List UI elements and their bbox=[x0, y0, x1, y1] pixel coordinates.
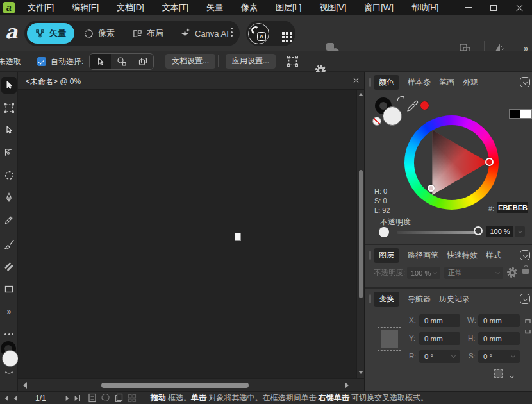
panel-collapse-button[interactable] bbox=[520, 250, 530, 260]
auto-select-checkbox[interactable] bbox=[37, 57, 46, 66]
minimize-button[interactable] bbox=[455, 0, 481, 15]
grid-toggle-icon[interactable] bbox=[128, 394, 137, 403]
tab-path-brush[interactable]: 路径画笔 bbox=[408, 250, 438, 261]
document-tab-close-icon[interactable] bbox=[353, 78, 359, 83]
persona-vector[interactable]: 矢量 bbox=[27, 23, 74, 44]
link-dimensions-icon[interactable] bbox=[524, 318, 531, 335]
opacity-slider-thumb[interactable] bbox=[474, 226, 483, 235]
tab-appearance[interactable]: 外观 bbox=[463, 77, 478, 88]
layer-opacity-dropdown[interactable]: 100 % bbox=[407, 267, 440, 279]
panel-grip[interactable] bbox=[369, 251, 371, 260]
persona-overflow-menu-icon[interactable] bbox=[231, 28, 233, 37]
move-tool[interactable] bbox=[1, 77, 17, 94]
eyedropper-icon[interactable] bbox=[406, 99, 420, 113]
pencil-tool[interactable] bbox=[1, 212, 17, 228]
first-page-arrow[interactable] bbox=[5, 396, 8, 401]
select-mode-shapes-button[interactable] bbox=[111, 54, 132, 69]
tab-transform[interactable]: 变换 bbox=[374, 292, 399, 307]
sampled-color-swatch[interactable] bbox=[420, 101, 429, 110]
canvas[interactable] bbox=[18, 90, 356, 378]
scroll-right-arrow[interactable] bbox=[345, 382, 349, 389]
node-tool[interactable] bbox=[1, 122, 17, 139]
corner-tool[interactable] bbox=[1, 144, 17, 161]
lock-icon[interactable] bbox=[522, 269, 529, 274]
vector-brush-tool[interactable] bbox=[1, 236, 17, 253]
more-tools-chevron[interactable]: » bbox=[1, 303, 17, 320]
menu-view[interactable]: 视图[V] bbox=[310, 0, 355, 15]
transform-objects-toggle[interactable] bbox=[494, 369, 503, 378]
select-mode-stack-button[interactable] bbox=[132, 54, 153, 69]
horizontal-scrollbar[interactable] bbox=[18, 378, 364, 391]
panel-grip[interactable] bbox=[369, 294, 371, 303]
fill-color-selector[interactable] bbox=[383, 106, 402, 126]
x-input[interactable]: 0 mm bbox=[419, 314, 460, 327]
layer-settings-gear-icon[interactable] bbox=[507, 267, 517, 278]
rectangle-tool[interactable] bbox=[1, 281, 17, 298]
persona-pixel[interactable]: 像素 bbox=[76, 23, 123, 44]
tab-stroke[interactable]: 笔画 bbox=[439, 77, 454, 88]
tab-history[interactable]: 历史记录 bbox=[439, 294, 470, 305]
swap-fill-stroke-icon[interactable] bbox=[395, 95, 405, 103]
panel-collapse-button[interactable] bbox=[520, 294, 530, 304]
scroll-down-arrow[interactable] bbox=[358, 371, 363, 374]
app-settings-button[interactable]: 应用设置... bbox=[226, 54, 276, 69]
menu-file[interactable]: 文件[F] bbox=[19, 0, 63, 15]
margins-setup-button[interactable] bbox=[287, 55, 299, 67]
menu-pixel[interactable]: 像素 bbox=[232, 0, 267, 15]
opacity-knob[interactable] bbox=[379, 227, 389, 237]
triangle-selector[interactable] bbox=[428, 185, 435, 192]
next-page-arrow[interactable] bbox=[65, 396, 69, 401]
menu-vector[interactable]: 矢量 bbox=[197, 0, 232, 15]
rotation-dropdown[interactable]: 0 ° bbox=[419, 350, 460, 363]
opacity-dropdown[interactable] bbox=[515, 226, 525, 237]
close-button[interactable] bbox=[506, 0, 532, 15]
prev-page-arrow[interactable] bbox=[14, 396, 17, 401]
hue-selector[interactable] bbox=[485, 158, 494, 166]
menu-window[interactable]: 窗口[W] bbox=[355, 0, 403, 15]
persona-layout[interactable]: 布局 bbox=[124, 23, 172, 44]
document-page[interactable] bbox=[235, 233, 240, 240]
persona-canva-ai[interactable]: Canva AI bbox=[173, 23, 237, 44]
maximize-button[interactable] bbox=[481, 0, 506, 15]
fill-gradient-tool[interactable] bbox=[1, 258, 17, 275]
clone-document-icon[interactable] bbox=[114, 393, 124, 403]
panel-collapse-button[interactable] bbox=[520, 77, 530, 87]
vertical-scrollbar[interactable] bbox=[356, 90, 364, 378]
tab-styles[interactable]: 样式 bbox=[486, 250, 501, 261]
menu-layer[interactable]: 图层[L] bbox=[267, 0, 310, 15]
preview-mode-icon[interactable] bbox=[101, 394, 110, 402]
tab-navigator[interactable]: 导航器 bbox=[408, 294, 431, 305]
vertical-scroll-thumb[interactable] bbox=[359, 170, 363, 298]
pages-view-icon[interactable] bbox=[88, 393, 97, 403]
menu-edit[interactable]: 编辑[E] bbox=[63, 0, 108, 15]
anchor-point-selector[interactable] bbox=[378, 327, 401, 351]
translate-tool-button[interactable]: A bbox=[248, 23, 269, 44]
scroll-up-arrow[interactable] bbox=[358, 93, 363, 96]
tab-color[interactable]: 颜色 bbox=[374, 75, 399, 90]
tab-layers[interactable]: 图层 bbox=[374, 248, 399, 263]
tab-quick-fx[interactable]: 快速特效 bbox=[447, 250, 478, 261]
panel-grip[interactable] bbox=[369, 78, 371, 87]
w-input[interactable]: 0 mm bbox=[478, 314, 520, 327]
selection-brush-tool[interactable] bbox=[1, 167, 17, 183]
shear-dropdown[interactable]: 0 ° bbox=[478, 350, 520, 363]
menu-help[interactable]: 帮助[H] bbox=[403, 0, 448, 15]
transform-more-chevron[interactable] bbox=[510, 371, 513, 380]
color-wheel[interactable] bbox=[404, 115, 499, 210]
fill-color-well[interactable] bbox=[2, 350, 19, 367]
artboard-tool[interactable] bbox=[1, 99, 17, 116]
document-settings-button[interactable]: 文档设置... bbox=[165, 54, 215, 69]
tab-swatches[interactable]: 样本条 bbox=[408, 77, 431, 88]
apps-grid-button[interactable] bbox=[272, 23, 294, 44]
menu-text[interactable]: 文本[T] bbox=[153, 0, 197, 15]
menu-document[interactable]: 文档[D] bbox=[108, 0, 153, 15]
horizontal-scroll-thumb[interactable] bbox=[101, 383, 249, 388]
customize-tools-button[interactable] bbox=[1, 326, 17, 342]
last-page-arrow[interactable] bbox=[74, 395, 80, 401]
swap-colors-icon[interactable] bbox=[4, 371, 13, 376]
hex-input[interactable]: EBEBEB bbox=[497, 202, 528, 213]
blend-mode-dropdown[interactable]: 正常 bbox=[444, 267, 503, 279]
scroll-left-arrow[interactable] bbox=[23, 382, 27, 389]
y-input[interactable]: 0 mm bbox=[419, 332, 460, 345]
document-tab-title[interactable]: <未命名> @ 0% bbox=[26, 76, 81, 87]
